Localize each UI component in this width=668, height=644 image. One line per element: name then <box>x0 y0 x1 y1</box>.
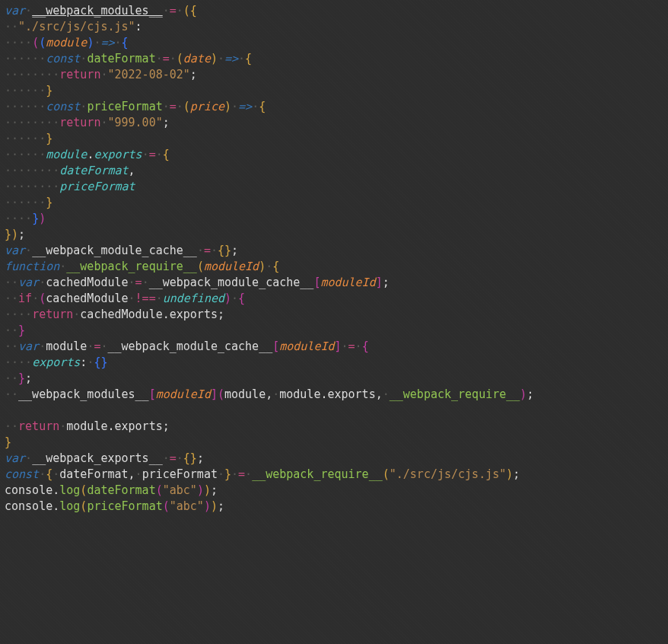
id: dateFormat <box>59 467 128 481</box>
id: __webpack_module_cache__ <box>107 340 272 353</box>
ws: ······ <box>5 132 46 145</box>
op: = <box>135 276 142 289</box>
kw: return <box>32 308 73 321</box>
brace: { <box>122 36 129 49</box>
brace: } <box>18 324 25 337</box>
paren: ) <box>259 260 266 273</box>
ws: ······ <box>5 100 46 113</box>
op: = <box>163 52 170 65</box>
kw: const <box>46 100 80 113</box>
str: "999.00" <box>107 116 162 129</box>
semi: ; <box>190 68 197 81</box>
ws: · <box>156 292 163 305</box>
dot: . <box>107 419 114 433</box>
ws: · <box>156 52 163 65</box>
ws: · <box>218 52 224 65</box>
kw: return <box>18 419 59 433</box>
param: moduleId <box>156 387 211 401</box>
kw: if <box>18 292 32 305</box>
semi: ; <box>526 387 533 401</box>
paren: ) <box>204 483 211 497</box>
code-editor[interactable]: var·__webpack_modules__·=·({ ··"./src/js… <box>0 0 668 521</box>
ws: · <box>355 340 362 353</box>
id: exports <box>170 308 218 321</box>
ws: · <box>272 387 279 401</box>
ws: · <box>163 4 170 18</box>
ws: · <box>383 387 390 401</box>
semi: ; <box>25 371 32 385</box>
fn: priceFormat <box>87 100 162 113</box>
ws: · <box>177 451 183 465</box>
ws: ·· <box>5 276 18 289</box>
kw: function <box>5 260 59 273</box>
paren: ) <box>39 212 46 225</box>
str: "abc" <box>170 499 204 513</box>
ws: · <box>142 148 149 161</box>
op: = <box>170 100 177 113</box>
ws: ······ <box>5 84 46 97</box>
ws: ·· <box>5 340 18 353</box>
ws: · <box>135 467 142 481</box>
brace: } <box>46 84 52 97</box>
brace: { <box>259 100 266 113</box>
kw: const <box>5 467 39 481</box>
paren: ( <box>197 260 204 273</box>
op: = <box>170 451 177 465</box>
str: "./src/js/cjs.js" <box>18 20 135 33</box>
ws: ······ <box>5 148 46 161</box>
arrow: => <box>224 52 238 65</box>
obj: {} <box>218 244 231 257</box>
brace: { <box>245 52 252 65</box>
semi: ; <box>163 116 170 129</box>
id: module <box>279 387 320 401</box>
ws: · <box>177 4 183 18</box>
param: date <box>183 52 211 65</box>
comma: , <box>129 467 135 481</box>
ws: ········ <box>5 68 59 81</box>
ws: · <box>39 340 46 353</box>
str: "abc" <box>163 483 197 497</box>
fn: priceFormat <box>87 499 162 513</box>
ws: · <box>245 467 252 481</box>
paren: ( <box>163 499 170 513</box>
ws: · <box>211 244 218 257</box>
ws: · <box>73 308 80 321</box>
arrow: => <box>238 100 252 113</box>
id: exports <box>115 419 163 433</box>
ws: · <box>59 419 66 433</box>
id: cachedModule <box>46 292 128 305</box>
ws: ·· <box>5 324 18 337</box>
ws: ·· <box>5 292 18 305</box>
ws: · <box>231 467 238 481</box>
comma: , <box>376 387 383 401</box>
paren: ( <box>183 4 190 18</box>
id: console <box>5 499 52 513</box>
semi: ; <box>218 308 224 321</box>
ws: ·· <box>5 371 18 385</box>
fn: __webpack_require__ <box>66 260 197 273</box>
kw: const <box>46 52 80 65</box>
kw: var <box>5 4 25 18</box>
colon: : <box>135 20 142 33</box>
bracket: ] <box>376 276 383 289</box>
str: "./src/js/cjs.js" <box>390 467 507 481</box>
dot: . <box>52 499 59 513</box>
comma: , <box>266 387 272 401</box>
ws: ······ <box>5 52 46 65</box>
param: moduleId <box>204 260 259 273</box>
ws: · <box>218 467 224 481</box>
id: dateFormat <box>59 164 128 177</box>
op: = <box>204 244 211 257</box>
param: price <box>190 100 224 113</box>
param: module <box>46 36 87 49</box>
id: exports <box>32 355 80 369</box>
kw: undefined <box>163 292 224 305</box>
param: moduleId <box>320 276 375 289</box>
ws: · <box>142 276 149 289</box>
ws: · <box>52 467 59 481</box>
ws: · <box>39 467 46 481</box>
bracket: ] <box>335 340 342 353</box>
id: module <box>46 340 87 353</box>
bracket: ] <box>211 387 218 401</box>
ws: · <box>25 244 32 257</box>
